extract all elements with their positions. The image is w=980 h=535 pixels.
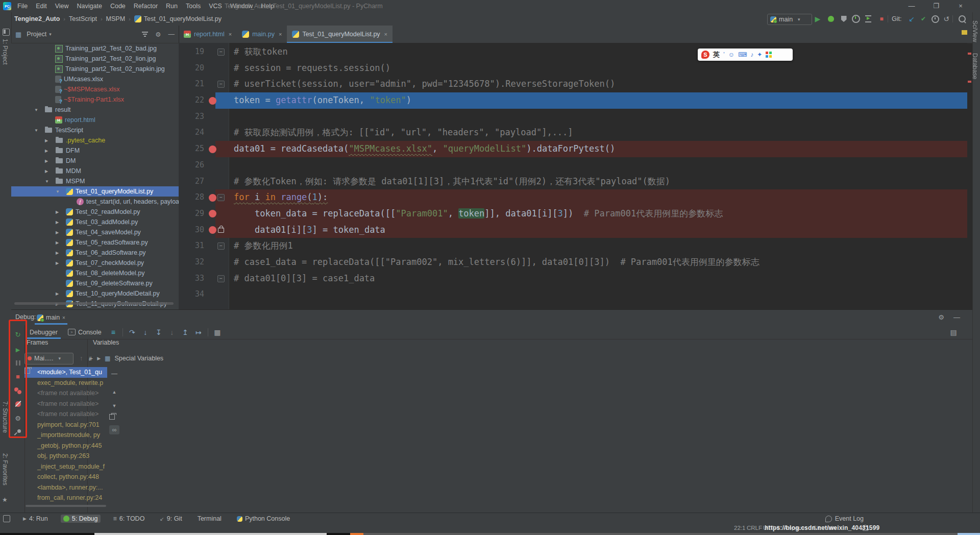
ime-toolbar[interactable]: S 英 ’ ☺ ⌨ ♪ ✦ — [698, 48, 793, 61]
stack-frame-item[interactable]: pyimport, local.py:701 — [24, 420, 107, 430]
run-configuration-select[interactable]: main ▾ — [767, 14, 812, 25]
profiler-button[interactable] — [850, 14, 862, 24]
stack-frame-item[interactable]: _inject_setup_module_f — [24, 461, 107, 472]
tree-item[interactable]: Training_part2_Test_02_lion.jpg — [11, 54, 179, 64]
minimize-button[interactable]: — — [902, 0, 921, 12]
commit-button[interactable]: ✔ — [918, 14, 929, 24]
tree-item[interactable]: ▶MDM — [11, 166, 179, 176]
sidebar-item-project[interactable]: 1: Project — [2, 39, 9, 65]
close-icon[interactable]: × — [229, 31, 232, 37]
run-button[interactable]: ▶ — [812, 14, 823, 24]
close-icon[interactable]: × — [62, 315, 65, 321]
tree-item[interactable]: ▼TestScript — [11, 125, 179, 135]
code-line[interactable]: 34 — [179, 286, 967, 303]
code-line[interactable]: 19−# 获取token — [179, 44, 967, 60]
tree-item[interactable]: ▼Test_01_queryModelList.py — [11, 186, 179, 197]
layout-settings-icon[interactable]: ▤ — [947, 328, 960, 336]
tool-window-button-git[interactable]: ↙9: Git — [157, 515, 184, 523]
stack-frame-item[interactable]: _importtestmodule, py — [24, 430, 107, 441]
tree-item[interactable]: ▼result — [11, 105, 179, 115]
tab-console[interactable]: > Console — [63, 325, 107, 339]
menu-item-refactor[interactable]: Refactor — [130, 0, 162, 12]
breakpoint-icon[interactable] — [209, 145, 216, 153]
stop-debug-button[interactable]: ■ — [11, 371, 24, 381]
stack-frame-item[interactable]: <module>, Test_01_qu — [24, 367, 107, 378]
sidebar-item-database[interactable]: Database — [971, 53, 978, 79]
tab-debugger[interactable]: Debugger — [24, 325, 63, 339]
tree-item[interactable]: Test_08_deleteModel.py — [11, 268, 179, 278]
close-button[interactable]: × — [951, 0, 970, 12]
breadcrumb-item[interactable]: Test_01_queryModelList.py — [144, 15, 222, 22]
tree-item[interactable]: ▶DM — [11, 156, 179, 166]
stop-button[interactable]: ■ — [876, 14, 887, 24]
breakpoint-icon[interactable] — [209, 97, 216, 105]
editor-tab[interactable]: report.html× — [179, 26, 237, 43]
tree-item[interactable]: Test_09_deleteSoftware.py — [11, 278, 179, 288]
code-line[interactable]: 33−# data01[0][3] = case1_data — [179, 271, 967, 287]
frames-horizontal-scrollbar[interactable] — [26, 505, 106, 507]
add-watch-button[interactable]: + — [89, 354, 93, 362]
tool-window-icon[interactable] — [3, 29, 10, 36]
chevron-down-icon[interactable]: ▾ — [49, 32, 52, 37]
tree-item[interactable]: Training_part2_Test_02_bad.jpg — [11, 43, 179, 54]
tool-window-button-todo[interactable]: ≡6: TODO — [111, 515, 148, 523]
debug-button[interactable] — [825, 14, 837, 24]
code-line[interactable]: 27# 参数化Token，例如: 请求参数是 data01[1][3]，其中1代… — [179, 174, 967, 190]
tree-item[interactable]: UMcases.xlsx — [11, 74, 179, 84]
stack-frame-item[interactable]: exec_module, rewrite.p — [24, 378, 107, 388]
fold-marker[interactable]: − — [217, 48, 225, 56]
toolbox-grid-icon[interactable] — [766, 52, 772, 58]
copy-frames-icon[interactable] — [109, 413, 119, 422]
code-line[interactable]: 25data01 = readCasedata("MSPMcases.xlsx"… — [179, 141, 967, 157]
tree-item[interactable]: ▶Test_04_saveModel.py — [11, 227, 179, 237]
menu-item-vcs[interactable]: VCS — [205, 0, 226, 12]
breadcrumb-item[interactable]: MSPM — [106, 15, 126, 22]
inspection-indicator[interactable] — [962, 30, 967, 35]
gear-icon[interactable]: ⚙ — [938, 313, 944, 321]
gear-icon[interactable]: ⚙ — [155, 31, 161, 38]
previous-frame-button[interactable]: ↑ — [80, 355, 83, 362]
tree-item[interactable]: ▶Test_06_addSoftware.py — [11, 248, 179, 258]
step-into-my-code-button[interactable]: ↧ — [152, 328, 165, 336]
scroll-up-icon[interactable]: ▲ — [109, 387, 119, 397]
minus-icon[interactable]: — — [109, 369, 119, 378]
step-into-button[interactable]: ↓ — [139, 328, 152, 336]
chevron-right-icon[interactable]: ▶ — [97, 356, 101, 361]
history-button[interactable] — [929, 14, 941, 24]
scroll-down-icon[interactable]: ▼ — [109, 401, 119, 410]
code-line[interactable]: 31−# 参数化用例1 — [179, 238, 967, 254]
rerun-button[interactable]: ↻ — [11, 329, 24, 339]
menu-item-run[interactable]: Run — [162, 0, 182, 12]
menu-item-edit[interactable]: Edit — [32, 0, 51, 12]
update-project-button[interactable]: ↙ — [906, 14, 917, 24]
sidebar-item-sciview[interactable]: SciView — [971, 20, 978, 42]
fold-marker[interactable]: − — [217, 81, 225, 88]
tree-item[interactable]: ▼MSPM — [11, 176, 179, 186]
filter-icon[interactable] — [142, 31, 148, 38]
ime-punct-icon[interactable]: ’ — [723, 51, 725, 58]
tree-item[interactable]: ▶Test_07_checkModel.py — [11, 258, 179, 268]
menu-item-view[interactable]: View — [51, 0, 73, 12]
fold-marker[interactable]: − — [217, 275, 225, 282]
fold-marker[interactable]: − — [217, 242, 225, 250]
breakpoint-icon[interactable] — [209, 226, 216, 234]
error-stripe-mark[interactable] — [968, 81, 971, 83]
menu-item-tools[interactable]: Tools — [182, 0, 205, 12]
tree-item[interactable]: ▶Test_03_addModel.py — [11, 217, 179, 227]
code-line[interactable]: 30 data01[i][3] = token_data — [179, 222, 967, 238]
tree-item[interactable]: report.html — [11, 115, 179, 125]
tree-item[interactable]: ~$Training-Part1.xlsx — [11, 94, 179, 105]
code-line[interactable]: 21−# userTicket(session, user="admin", p… — [179, 76, 967, 92]
tree-item[interactable]: ▶Test_10_queryModelDetail.py — [11, 288, 179, 299]
debug-settings-button[interactable]: ⚙ — [11, 413, 24, 423]
tool-window-button-debug[interactable]: 5: Debug — [61, 515, 101, 523]
close-icon[interactable]: × — [279, 31, 282, 37]
breakpoint-icon[interactable] — [209, 210, 216, 217]
code-line[interactable]: 32# case1_data = replaceData([["Param002… — [179, 254, 967, 271]
voice-icon[interactable]: ♪ — [750, 51, 753, 58]
hide-panel-icon[interactable]: — — [953, 313, 960, 321]
evaluate-expression-button[interactable]: ▦ — [211, 328, 224, 336]
close-icon[interactable]: × — [384, 31, 387, 37]
code-line[interactable]: 23 — [179, 109, 967, 125]
error-stripe-mark[interactable] — [968, 53, 971, 55]
